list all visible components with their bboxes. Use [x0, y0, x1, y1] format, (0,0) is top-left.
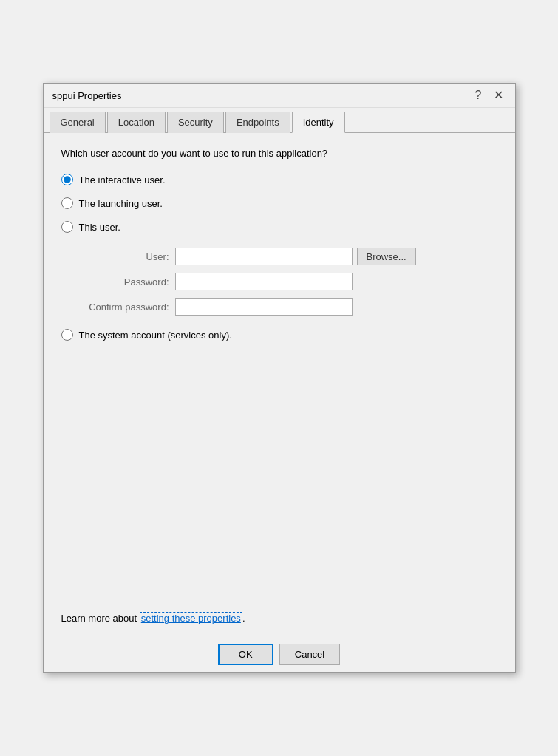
learn-more-section: Learn more about setting these propertie… [61, 601, 497, 624]
radio-interactive-input[interactable] [61, 174, 73, 185]
user-label: User: [79, 251, 175, 262]
password-label: Password: [79, 276, 175, 287]
user-fields: User: Browse... Password: Confirm passwo… [79, 248, 497, 323]
tab-endpoints[interactable]: Endpoints [225, 112, 290, 133]
radio-system-label: The system account (services only). [79, 330, 232, 341]
radio-this-user[interactable]: This user. [61, 221, 497, 233]
radio-launching-label: The launching user. [79, 198, 163, 209]
password-field-row: Password: [79, 273, 497, 290]
confirm-input[interactable] [175, 298, 353, 316]
title-bar: sppui Properties ? ✕ [44, 84, 515, 108]
learn-more-suffix: . [242, 613, 245, 624]
user-input[interactable] [175, 248, 353, 265]
dialog-window: sppui Properties ? ✕ General Location Se… [43, 83, 516, 673]
tab-location[interactable]: Location [107, 112, 166, 133]
title-bar-controls: ? ✕ [472, 89, 506, 101]
user-field-row: User: Browse... [79, 248, 497, 265]
tab-identity[interactable]: Identity [292, 112, 345, 133]
tab-security[interactable]: Security [167, 112, 224, 133]
close-button[interactable]: ✕ [491, 89, 506, 101]
radio-system-input[interactable] [61, 329, 73, 341]
radio-launching-input[interactable] [61, 197, 73, 209]
confirm-field-row: Confirm password: [79, 298, 497, 316]
radio-launching-user[interactable]: The launching user. [61, 197, 497, 209]
password-input[interactable] [175, 273, 353, 290]
help-button[interactable]: ? [472, 89, 485, 101]
ok-button[interactable]: OK [218, 644, 273, 665]
tabs-container: General Location Security Endpoints Iden… [44, 108, 515, 133]
cancel-button[interactable]: Cancel [279, 644, 340, 665]
confirm-label: Confirm password: [79, 302, 175, 313]
radio-interactive-user[interactable]: The interactive user. [61, 174, 497, 185]
learn-more-link[interactable]: setting these properties [140, 612, 242, 624]
radio-interactive-label: The interactive user. [79, 174, 166, 185]
content-area: Which user account do you want to use to… [44, 133, 515, 636]
window-title: sppui Properties [52, 90, 122, 101]
browse-button[interactable]: Browse... [357, 248, 416, 265]
learn-more-prefix: Learn more about [61, 613, 140, 624]
question-text: Which user account do you want to use to… [61, 148, 497, 159]
radio-this-user-label: This user. [79, 222, 120, 233]
radio-group: The interactive user. The launching user… [61, 174, 497, 353]
radio-system-account[interactable]: The system account (services only). [61, 329, 497, 341]
tab-general[interactable]: General [50, 112, 106, 133]
radio-this-user-input[interactable] [61, 221, 73, 233]
dialog-footer: OK Cancel [44, 636, 515, 672]
